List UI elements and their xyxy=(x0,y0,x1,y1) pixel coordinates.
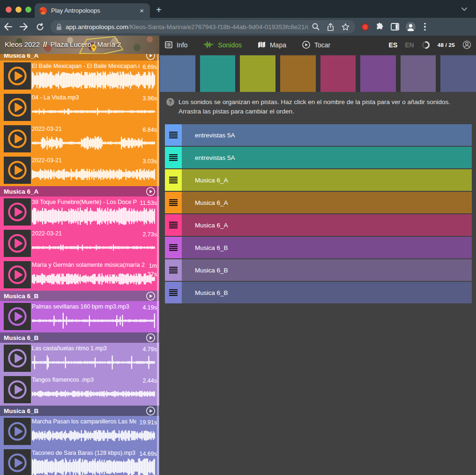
section-play-icon[interactable] xyxy=(146,291,156,301)
track-name-button[interactable]: Musica 6_B xyxy=(182,282,472,303)
minimize-window-button[interactable] xyxy=(15,7,22,13)
clip-section-header[interactable]: Musica 6_B xyxy=(0,406,159,416)
track-row[interactable]: Musica 6_A xyxy=(165,169,472,191)
waveform[interactable] xyxy=(32,103,156,121)
side-panel-icon[interactable] xyxy=(391,23,399,30)
bookmark-star-icon[interactable] xyxy=(342,23,350,31)
track-drag-handle[interactable] xyxy=(165,192,182,213)
back-button[interactable] xyxy=(0,23,16,30)
waveform[interactable] xyxy=(32,385,156,403)
drag-handle-icon xyxy=(169,176,178,184)
clip-play-button[interactable] xyxy=(4,376,31,403)
clip-play-button[interactable] xyxy=(4,62,31,90)
track-drag-handle[interactable] xyxy=(165,169,182,191)
clip-grid-column[interactable] xyxy=(360,55,396,92)
waveform[interactable] xyxy=(32,270,156,288)
track-name-button[interactable]: Musica 6_B xyxy=(182,237,472,258)
nav-tocar[interactable]: Tocar xyxy=(302,41,330,49)
track-name-button[interactable]: entrevistas 5A xyxy=(182,124,472,146)
share-icon[interactable] xyxy=(327,23,334,31)
lang-en-button[interactable]: EN xyxy=(405,41,414,49)
clip-play-button[interactable] xyxy=(4,198,31,226)
breadcrumb-project[interactable]: Kleos 2022 xyxy=(5,40,40,48)
track-row[interactable]: Musica 6_A xyxy=(165,192,472,213)
clip-grid-column[interactable] xyxy=(280,55,316,92)
tab-close-icon[interactable]: × xyxy=(138,7,145,15)
clip-grid-column[interactable] xyxy=(160,55,195,92)
browser-tab[interactable]: Play Antropoloops × xyxy=(35,3,150,18)
track-drag-handle[interactable] xyxy=(165,214,182,236)
lang-es-button[interactable]: ES xyxy=(389,41,398,49)
clip-section-header[interactable]: Musica 6_A xyxy=(0,186,159,196)
nav-mapa[interactable]: Mapa xyxy=(258,41,286,49)
waveform[interactable] xyxy=(32,166,156,183)
waveform[interactable] xyxy=(32,207,156,225)
clip-play-button[interactable] xyxy=(4,418,31,445)
close-window-button[interactable] xyxy=(6,7,12,13)
track-drag-handle[interactable] xyxy=(165,124,182,146)
track-name-button[interactable]: Musica 6_A xyxy=(182,169,472,191)
breadcrumb-piece[interactable]: Plaza Lucero / María 2 xyxy=(50,40,121,48)
nav-info[interactable]: Info xyxy=(165,41,187,49)
track-drag-handle[interactable] xyxy=(165,259,182,281)
clip-play-button[interactable] xyxy=(4,303,31,330)
clip-play-button[interactable] xyxy=(4,345,31,372)
waveform[interactable] xyxy=(32,134,156,152)
forward-button[interactable] xyxy=(16,23,32,30)
waveform[interactable] xyxy=(32,354,156,371)
clip-play-button[interactable] xyxy=(4,157,31,184)
track-row[interactable]: entrevistas 5A xyxy=(165,124,472,146)
track-row[interactable]: Musica 6_B xyxy=(165,259,472,281)
track-drag-handle[interactable] xyxy=(165,282,182,303)
clip-play-button[interactable] xyxy=(4,125,31,152)
clip-grid-column[interactable] xyxy=(200,55,236,92)
aerial-photo-banner[interactable]: Kleos 2022//Plaza Lucero / María 2 xyxy=(0,36,159,54)
browser-menu-icon[interactable] xyxy=(424,23,426,31)
waveform[interactable] xyxy=(32,427,156,445)
waveform[interactable] xyxy=(32,71,156,89)
section-play-icon[interactable] xyxy=(146,333,156,343)
track-row[interactable]: Musica 6_B xyxy=(165,282,472,303)
maximize-window-button[interactable] xyxy=(25,7,31,13)
clip-section-header[interactable]: Musica 6_A xyxy=(0,54,159,60)
track-row[interactable]: entrevistas 5A xyxy=(165,147,472,168)
track-name-button[interactable]: Musica 6_A xyxy=(182,192,472,213)
track-drag-handle[interactable] xyxy=(165,237,182,258)
track-name-button[interactable]: Musica 6_A xyxy=(182,214,472,236)
clip-play-button[interactable] xyxy=(4,449,31,475)
chevron-down-icon[interactable] xyxy=(461,7,468,11)
clip-grid-column[interactable] xyxy=(240,55,275,92)
track-name-button[interactable]: entrevistas 5A xyxy=(182,147,472,168)
account-icon[interactable] xyxy=(462,40,471,49)
address-bar[interactable]: app.antropoloops.com/Kleos-Santa-Marina/… xyxy=(51,20,355,33)
track-row[interactable]: Musica 6_A xyxy=(165,214,472,236)
section-play-icon[interactable] xyxy=(146,187,156,196)
section-play-icon[interactable] xyxy=(146,54,156,60)
track-drag-handle[interactable] xyxy=(165,147,182,168)
profile-avatar[interactable] xyxy=(406,22,416,32)
recording-extension-icon[interactable] xyxy=(362,23,369,30)
clip-grid-column[interactable] xyxy=(401,55,436,92)
new-tab-button[interactable]: + xyxy=(156,5,162,15)
clip-section-header[interactable]: Musica 6_B xyxy=(0,332,159,343)
clip-grid-column[interactable] xyxy=(440,55,476,92)
waveform[interactable] xyxy=(32,312,156,330)
track-name-button[interactable]: Musica 6_B xyxy=(182,259,472,281)
reload-button[interactable] xyxy=(32,23,48,31)
sidebar-scrollbar[interactable] xyxy=(157,54,159,475)
section-play-icon[interactable] xyxy=(146,406,156,416)
clip-grid-column[interactable] xyxy=(320,55,356,92)
clip-play-button[interactable] xyxy=(4,94,31,121)
waveform[interactable] xyxy=(32,458,156,475)
nav-sonidos[interactable]: Sonidos xyxy=(203,41,242,49)
play-icon xyxy=(7,379,28,400)
waveform[interactable] xyxy=(32,239,156,256)
clip-duration: 4.79s xyxy=(142,345,157,354)
breadcrumb[interactable]: Kleos 2022//Plaza Lucero / María 2 xyxy=(5,40,121,48)
clip-section-header[interactable]: Musica 6_B xyxy=(0,291,159,301)
track-row[interactable]: Musica 6_B xyxy=(165,237,472,258)
zoom-icon[interactable] xyxy=(312,23,320,30)
clip-play-button[interactable] xyxy=(4,230,31,257)
clip-play-button[interactable] xyxy=(4,261,31,288)
extensions-puzzle-icon[interactable] xyxy=(375,23,384,31)
